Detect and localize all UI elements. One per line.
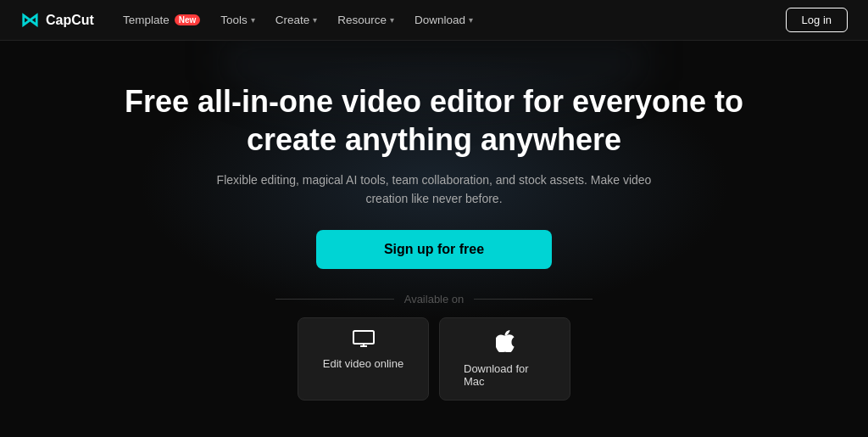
- nav-item-label: Resource: [337, 14, 387, 26]
- login-button[interactable]: Log in: [786, 8, 848, 32]
- nav-item-label: Download: [415, 14, 465, 26]
- nav-item-create[interactable]: Create ▾: [267, 8, 326, 31]
- chevron-down-icon: ▾: [313, 15, 317, 25]
- monitor-icon: [353, 330, 375, 350]
- platform-buttons: Edit video online Download for Mac: [298, 317, 570, 401]
- nav-items: Template New Tools ▾ Create ▾ Resource ▾…: [114, 8, 786, 31]
- chevron-down-icon: ▾: [469, 15, 473, 25]
- nav-item-label: Create: [275, 14, 310, 26]
- edit-online-label: Edit video online: [323, 357, 403, 370]
- available-on-section: Available on Edit video online: [17, 293, 851, 401]
- download-mac-button[interactable]: Download for Mac: [439, 317, 570, 401]
- available-on-label: Available on: [275, 293, 593, 305]
- navbar: ⋈ CapCut Template New Tools ▾ Create ▾ R…: [0, 0, 868, 41]
- logo-text: CapCut: [46, 13, 94, 28]
- chevron-down-icon: ▾: [251, 15, 255, 25]
- nav-item-tools[interactable]: Tools ▾: [212, 8, 264, 31]
- apple-icon: [496, 330, 515, 356]
- nav-item-download[interactable]: Download ▾: [406, 8, 481, 31]
- hero-subtitle: Flexible editing, magical AI tools, team…: [197, 171, 671, 209]
- nav-item-label: Template: [123, 14, 170, 26]
- logo[interactable]: ⋈ CapCut: [20, 11, 94, 30]
- nav-item-resource[interactable]: Resource ▾: [329, 8, 403, 31]
- hero-title: Free all-in-one video editor for everyon…: [120, 82, 748, 159]
- chevron-down-icon: ▾: [390, 15, 394, 25]
- signup-button[interactable]: Sign up for free: [316, 230, 552, 269]
- nav-item-label: Tools: [220, 14, 248, 26]
- hero-section: Free all-in-one video editor for everyon…: [0, 41, 868, 437]
- svg-rect-0: [353, 331, 374, 344]
- nav-item-template[interactable]: Template New: [114, 8, 209, 31]
- capcut-logo-icon: ⋈: [20, 11, 39, 30]
- edit-online-button[interactable]: Edit video online: [298, 317, 429, 401]
- new-badge: New: [175, 14, 201, 25]
- download-mac-label: Download for Mac: [464, 362, 546, 388]
